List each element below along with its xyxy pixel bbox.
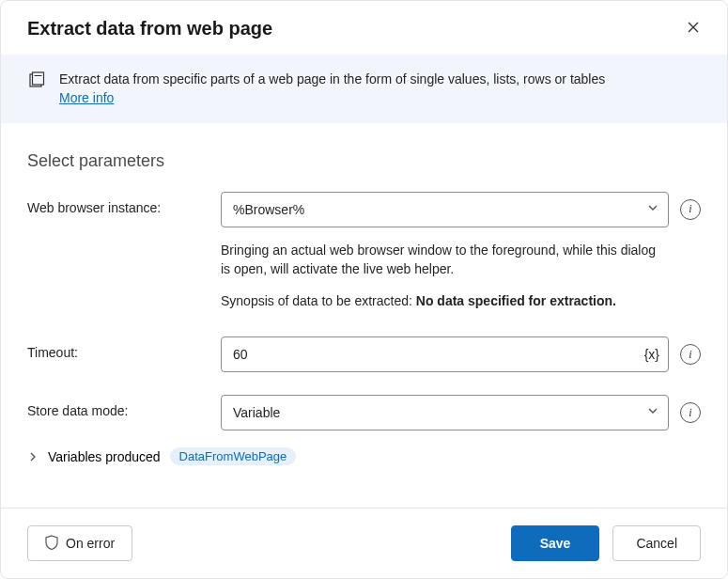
timeout-info-button[interactable]: i — [680, 344, 701, 365]
variables-produced-label: Variables produced — [48, 449, 161, 464]
save-button[interactable]: Save — [511, 525, 600, 561]
browser-select[interactable]: %Browser% — [221, 192, 669, 227]
row-browser: Web browser instance: %Browser% Bringing… — [27, 192, 701, 311]
extract-data-dialog: Extract data from web page Extract data … — [0, 0, 728, 579]
on-error-button[interactable]: On error — [27, 525, 132, 561]
close-icon — [686, 20, 701, 35]
banner-text: Extract data from specific parts of a we… — [59, 70, 605, 108]
shield-icon — [45, 535, 58, 553]
timeout-input-wrap[interactable]: {x} — [221, 336, 669, 372]
chevron-right-icon — [27, 451, 39, 462]
variable-token-icon[interactable]: {x} — [644, 347, 659, 362]
browser-info-button[interactable]: i — [680, 199, 701, 220]
dialog-footer: On error Save Cancel — [1, 508, 727, 578]
close-button[interactable] — [682, 16, 705, 41]
row-timeout: Timeout: {x} i — [27, 336, 701, 372]
more-info-link[interactable]: More info — [59, 90, 114, 105]
section-title: Select parameters — [27, 151, 701, 171]
browser-help-text: Bringing an actual web browser window to… — [221, 241, 669, 279]
timeout-label: Timeout: — [27, 336, 221, 360]
variables-produced-row[interactable]: Variables produced DataFromWebPage — [27, 447, 701, 465]
info-banner: Extract data from specific parts of a we… — [1, 55, 727, 123]
svg-rect-1 — [33, 72, 44, 85]
dialog-title: Extract data from web page — [27, 18, 272, 39]
variable-chip[interactable]: DataFromWebPage — [170, 447, 297, 465]
dialog-body: Select parameters Web browser instance: … — [1, 123, 727, 508]
store-mode-label: Store data mode: — [27, 395, 221, 418]
cancel-button[interactable]: Cancel — [612, 525, 701, 561]
store-mode-info-button[interactable]: i — [680, 402, 701, 423]
browser-label: Web browser instance: — [27, 192, 221, 215]
row-store-mode: Store data mode: Variable i — [27, 395, 701, 430]
synopsis-text: Synopsis of data to be extracted: No dat… — [221, 291, 669, 310]
webpage-icon — [27, 71, 46, 94]
dialog-header: Extract data from web page — [1, 1, 727, 55]
store-mode-select[interactable]: Variable — [221, 395, 669, 430]
timeout-input[interactable] — [221, 336, 669, 372]
